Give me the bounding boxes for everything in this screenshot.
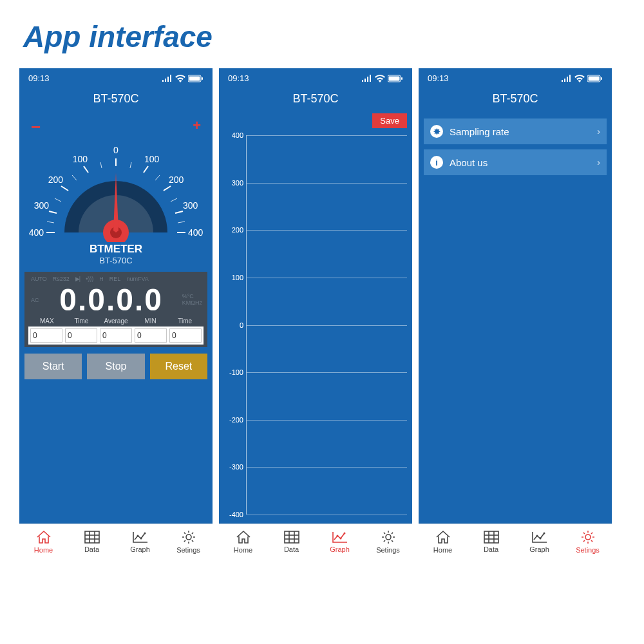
signal-icon	[162, 75, 173, 82]
flag-diode-icon: ▶|	[75, 276, 80, 282]
flag-buzzer-icon: •)))	[86, 276, 93, 282]
svg-rect-47	[484, 531, 498, 543]
phone-graph: 09:13 BT-570C Save 400 300 200 100 0 -10…	[219, 68, 412, 558]
tab-graph[interactable]: Graph	[316, 524, 364, 558]
svg-point-28	[137, 535, 138, 537]
y-tick: 300	[224, 179, 243, 187]
battery-icon	[188, 75, 204, 82]
gear-icon	[381, 529, 396, 545]
svg-point-53	[539, 538, 541, 540]
svg-rect-46	[601, 77, 602, 80]
gauge-tick-r1: 100	[144, 154, 160, 164]
status-bar: 09:13	[19, 68, 213, 86]
gear-icon	[181, 529, 196, 545]
start-button[interactable]: Start	[24, 354, 82, 379]
settings-item-label: Sampling rate	[450, 126, 509, 137]
tabbar: Home Data Graph Setings	[219, 524, 412, 558]
tab-settings[interactable]: Setings	[164, 524, 213, 558]
gauge-tick-l3: 300	[34, 200, 50, 211]
gauge-tick-0: 0	[113, 145, 118, 155]
phone-home: 09:13 BT-570C − +	[19, 68, 213, 558]
tabbar: Home Data Graph Setings	[19, 524, 213, 558]
tab-data[interactable]: Data	[467, 524, 515, 558]
tab-label: Home	[34, 546, 53, 554]
svg-rect-2	[202, 77, 203, 80]
svg-rect-45	[589, 76, 600, 80]
svg-line-10	[164, 186, 171, 191]
svg-rect-33	[389, 76, 400, 80]
gauge-dial: 0 100 100 200 200 300 300 400 400	[26, 113, 206, 242]
graph-icon	[131, 530, 149, 544]
y-tick: -200	[224, 416, 243, 424]
tab-label: Graph	[330, 545, 350, 553]
settings-item-sampling-rate[interactable]: ✸ Sampling rate ›	[424, 118, 607, 144]
tab-graph[interactable]: Graph	[515, 524, 564, 558]
tab-settings[interactable]: Setings	[564, 524, 612, 558]
y-tick: -100	[224, 368, 243, 376]
svg-line-8	[144, 166, 148, 173]
svg-line-16	[130, 162, 131, 168]
meter-model: BT-570C	[19, 256, 213, 265]
status-icons	[362, 75, 403, 82]
tab-graph[interactable]: Graph	[116, 524, 164, 558]
svg-line-21	[47, 222, 54, 223]
status-icons	[562, 75, 603, 82]
home-icon	[235, 529, 252, 545]
svg-point-52	[536, 535, 538, 537]
settings-item-about[interactable]: i About us ›	[424, 149, 607, 175]
phone-settings: 09:13 BT-570C ✸ Sampling rate › i About …	[419, 68, 612, 558]
home-icon	[35, 529, 52, 545]
tab-data[interactable]: Data	[68, 524, 116, 558]
stat-label-time2: Time	[167, 317, 202, 325]
graph-area: 400 300 200 100 0 -100 -200 -300 -400	[224, 131, 407, 518]
graph-icon	[531, 530, 549, 544]
status-bar: 09:13	[219, 68, 412, 86]
save-button[interactable]: Save	[372, 113, 407, 128]
reading-units: %°C KMΩHz	[181, 294, 204, 307]
graph-icon	[331, 530, 349, 544]
tab-home[interactable]: Home	[219, 524, 267, 558]
grid-icon	[483, 530, 500, 544]
stop-button[interactable]: Stop	[87, 354, 144, 379]
page-heading: App interface	[0, 0, 644, 68]
svg-line-20	[171, 198, 177, 202]
gauge-tick-r2: 200	[169, 175, 184, 185]
gauge-plus-icon: +	[193, 117, 201, 134]
device-title: BT-570C	[219, 86, 412, 113]
stat-input-time2[interactable]	[169, 328, 202, 343]
status-time: 09:13	[428, 73, 449, 83]
tab-settings[interactable]: Setings	[364, 524, 412, 558]
svg-rect-35	[285, 531, 299, 543]
svg-point-41	[339, 538, 341, 540]
svg-point-43	[386, 535, 391, 540]
info-icon: i	[430, 156, 443, 169]
graph-y-axis: 400 300 200 100 0 -100 -200 -300 -400	[224, 131, 243, 518]
svg-point-31	[186, 535, 191, 540]
reading-main: 0.0.0.0	[42, 282, 181, 317]
svg-rect-23	[85, 531, 99, 543]
tab-label: Graph	[130, 545, 150, 553]
wifi-icon	[574, 75, 585, 82]
tab-label: Home	[433, 546, 452, 554]
svg-line-12	[175, 211, 183, 213]
tab-data[interactable]: Data	[267, 524, 316, 558]
chevron-right-icon: ›	[597, 126, 600, 137]
grid-icon	[84, 530, 100, 544]
flag-ac: AC	[28, 297, 42, 303]
tab-home[interactable]: Home	[419, 524, 467, 558]
svg-rect-1	[189, 76, 200, 80]
settings-list: ✸ Sampling rate › i About us ›	[419, 113, 612, 175]
stat-input-max[interactable]	[30, 328, 62, 343]
reset-button[interactable]: Reset	[150, 354, 207, 379]
stat-inputs	[28, 327, 204, 345]
stat-input-min[interactable]	[135, 328, 167, 343]
y-tick: 100	[224, 274, 243, 281]
stat-label-avg: Average	[99, 317, 133, 325]
stat-input-time1[interactable]	[65, 328, 97, 343]
tab-home[interactable]: Home	[19, 524, 68, 558]
stat-label-min: MIN	[133, 317, 168, 325]
gear-icon	[580, 529, 596, 545]
battery-icon	[388, 75, 403, 82]
stat-input-avg[interactable]	[100, 328, 132, 343]
wifi-icon	[175, 75, 185, 82]
